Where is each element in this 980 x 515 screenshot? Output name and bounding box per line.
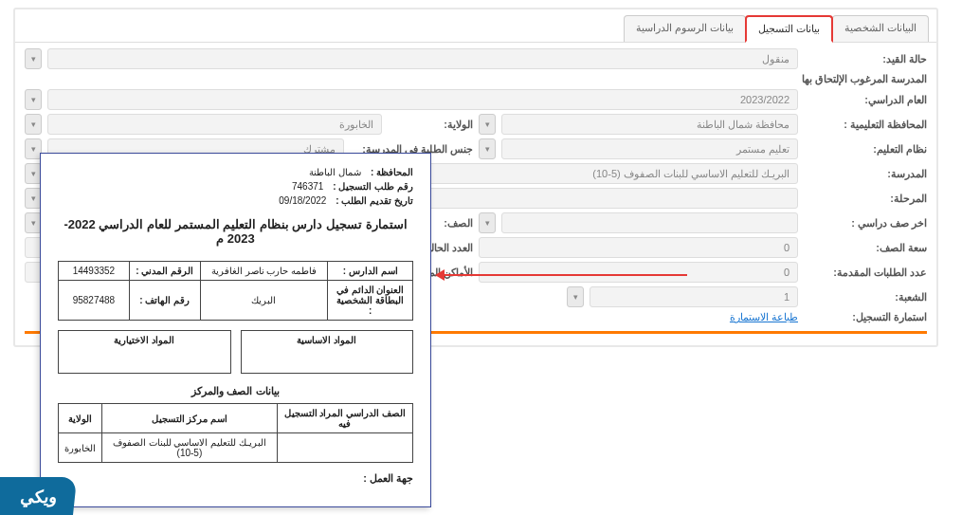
label-edu-gov: المحافظة التعليمية : <box>804 119 927 131</box>
doc-gov-value: شمال الباطنة <box>309 167 361 177</box>
site-logo: ويكي <box>0 477 77 515</box>
field-apps: 0 <box>479 262 798 283</box>
th-wilaya: الولاية <box>59 404 102 433</box>
optional-subjects-box: المواد الاختيارية <box>58 330 231 374</box>
doc-reg-value: 746371 <box>292 181 323 192</box>
annotation-arrow-head <box>435 269 445 281</box>
dropdown-edu-gov[interactable]: ▾ <box>479 114 496 135</box>
dropdown-section[interactable]: ▾ <box>567 286 584 307</box>
field-last-grade[interactable] <box>501 212 798 233</box>
doc-date-value: 09/18/2022 <box>279 195 326 206</box>
cell-name-label: اسم الدارس : <box>328 262 413 281</box>
td-grade <box>277 433 412 463</box>
cell-addr-value: البريك <box>200 281 328 321</box>
doc-reg-label: رقم طلب التسجيل : <box>333 181 413 192</box>
dropdown-edu-type[interactable]: ▾ <box>479 138 496 159</box>
th-center: اسم مركز التسجيل <box>102 404 278 433</box>
field-edu-gov[interactable]: محافظة شمال الباطنة <box>501 114 798 135</box>
field-wilaya[interactable]: الخابورة <box>47 114 382 135</box>
class-center-heading: بيانات الصف والمركز <box>58 385 413 397</box>
label-school-wanted: المدرسة المرغوب الإلتحاق بها <box>25 73 927 85</box>
annotation-arrow <box>441 274 687 276</box>
label-stage: المرحلة: <box>804 193 927 205</box>
tab-fees[interactable]: بيانات الرسوم الدراسية <box>624 15 746 42</box>
cell-name-value: فاطمه حارب ناصر الغافرية <box>200 262 328 281</box>
tab-personal[interactable]: البيانات الشخصية <box>832 15 929 42</box>
label-last-grade: اخر صف دراسي : <box>804 217 927 230</box>
employer-heading: جهة العمل : <box>58 472 413 485</box>
label-edu-type: نظام التعليم: <box>804 143 927 156</box>
th-grade: الصف الدراسي المراد التسجيل فيه <box>277 404 412 433</box>
field-year[interactable]: 2023/2022 <box>47 89 798 110</box>
dropdown-last-grade[interactable]: ▾ <box>479 212 496 233</box>
td-center: البريـك للتعليم الاساسي للبنات الصفوف (5… <box>102 433 278 463</box>
label-section: الشعبة: <box>804 291 927 303</box>
cell-phone-value: 95827488 <box>59 281 130 321</box>
field-capacity: 0 <box>479 237 798 258</box>
doc-title: استمارة تسجيل دارس بنظام التعليم المستمر… <box>58 217 413 246</box>
field-section[interactable]: 1 <box>590 286 798 307</box>
cell-civil-label: الرقم المدني : <box>129 262 200 281</box>
tabs-bar: البيانات الشخصية بيانات التسجيل بيانات ا… <box>15 9 936 43</box>
class-center-table: الصف الدراسي المراد التسجيل فيه اسم مركز… <box>58 403 413 463</box>
print-form-link[interactable]: طباعة الاستمارة <box>730 311 798 323</box>
label-wilaya: الولاية: <box>388 119 473 131</box>
td-wilaya: الخابورة <box>59 433 102 463</box>
dropdown-wilaya[interactable]: ▾ <box>25 114 42 135</box>
cell-phone-label: رقم الهاتف : <box>129 281 200 321</box>
label-school: المدرسة: <box>804 168 927 180</box>
label-capacity: سعة الصف: <box>804 242 927 254</box>
field-status[interactable]: منقول <box>47 48 798 69</box>
cell-civil-value: 14493352 <box>59 262 130 281</box>
doc-gov-label: المحافظة : <box>371 167 413 177</box>
core-subjects-box: المواد الاساسية <box>241 330 414 374</box>
label-apps: عدد الطلبات المقدمة: <box>804 267 927 279</box>
doc-date-label: تاريخ تقديم الطلب : <box>336 195 413 206</box>
label-status: حالة القيد: <box>804 53 927 65</box>
field-edu-type[interactable]: تعليم مستمر <box>501 138 798 159</box>
label-year: العام الدراسي: <box>804 94 927 106</box>
cell-addr-label: العنوان الدائم في البطاقة الشخصية : <box>328 281 413 321</box>
tab-registration[interactable]: بيانات التسجيل <box>745 15 833 43</box>
label-reg-form: استمارة التسجيل: <box>804 311 927 323</box>
form-preview: المحافظة :شمال الباطنة رقم طلب التسجيل :… <box>40 153 431 507</box>
student-info-table: اسم الدارس : فاطمه حارب ناصر الغافرية ال… <box>58 261 413 321</box>
